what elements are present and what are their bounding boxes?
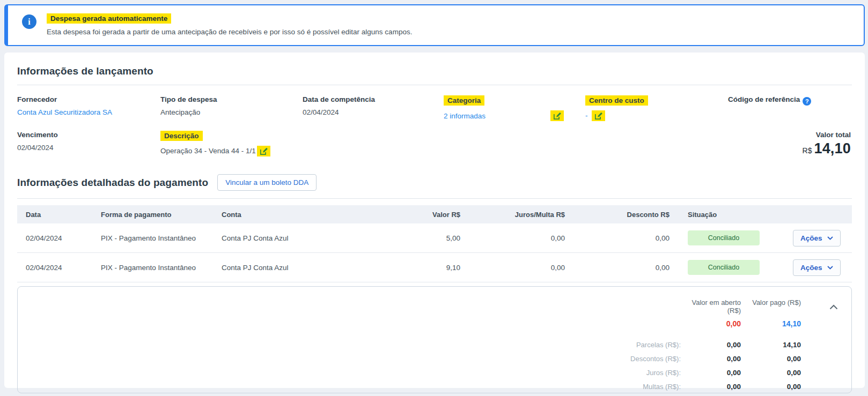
- summary-rows: Parcelas (R$): 0,00 14,10 Descontos (R$)…: [31, 341, 838, 391]
- open-amount-column-label: Valor em aberto (R$): [681, 298, 741, 315]
- tipo-despesa-value: Antecipação: [160, 108, 303, 116]
- categoria-link[interactable]: 2 informadas: [444, 112, 486, 120]
- data-competencia-value: 02/04/2024: [303, 108, 444, 116]
- data-competencia-label: Data de competência: [303, 95, 444, 103]
- section-divider: [17, 85, 852, 85]
- summary-open-value: 0,00: [681, 355, 741, 363]
- col-header-data: Data: [26, 211, 101, 219]
- cell-discount: 0,00: [565, 234, 670, 242]
- vencimento-label: Vencimento: [17, 131, 160, 139]
- summary-row-label: Parcelas (R$):: [31, 341, 681, 349]
- field-vencimento: Vencimento 02/04/2024: [17, 131, 160, 157]
- field-descricao: Descrição Operação 34 - Venda 44 - 1/1: [160, 131, 444, 157]
- summary-row-label: Multas (R$):: [31, 383, 681, 391]
- field-categoria: Categoria 2 informadas: [444, 95, 585, 121]
- centro-custo-edit-icon[interactable]: [592, 110, 605, 121]
- actions-button[interactable]: Ações: [793, 259, 841, 276]
- categoria-label: Categoria: [444, 95, 484, 106]
- summary-open-value: 0,00: [681, 341, 741, 349]
- fornecedor-link[interactable]: Conta Azul Securitizadora SA: [17, 108, 112, 116]
- summary-row-multas: Multas (R$): 0,00 0,00: [31, 383, 801, 391]
- field-centro-custo: Centro de custo -: [585, 95, 728, 121]
- cell-account: Conta PJ Conta Azul: [222, 234, 415, 242]
- actions-button-label: Ações: [800, 264, 822, 272]
- banner-description: Esta despesa foi gerada a partir de uma …: [47, 28, 412, 36]
- summary-paid-value: 14,10: [741, 341, 801, 349]
- centro-custo-value: -: [585, 111, 588, 119]
- col-header-juros: Juros/Multa R$: [460, 211, 565, 219]
- section-divider-2: [17, 198, 852, 199]
- summary-row-descontos: Descontos (R$): 0,00 0,00: [31, 355, 801, 363]
- categoria-edit-icon[interactable]: [550, 110, 564, 121]
- launch-info-title: Informações de lançamento: [17, 65, 852, 77]
- field-codigo-referencia: Código de referência?: [728, 95, 852, 121]
- actions-button[interactable]: Ações: [793, 230, 841, 246]
- payment-details-header: Informações detalhadas do pagamento Vinc…: [17, 174, 852, 191]
- paid-amount-total: 14,10: [741, 319, 801, 328]
- codigo-referencia-label: Código de referência: [728, 95, 800, 103]
- banner-title: Despesa gerada automaticamente: [47, 13, 171, 24]
- paid-amount-column-label: Valor pago (R$): [741, 298, 801, 315]
- summary-row-label: Juros (R$):: [31, 369, 681, 377]
- banner-content: Despesa gerada automaticamente Esta desp…: [47, 13, 412, 36]
- cell-interest: 0,00: [460, 234, 565, 242]
- col-header-conta: Conta: [222, 211, 415, 219]
- cell-date: 02/04/2024: [26, 264, 101, 272]
- payments-table-header: Data Forma de pagamento Conta Valor R$ J…: [17, 205, 852, 223]
- vencimento-value: 02/04/2024: [17, 144, 160, 152]
- cell-method: PIX - Pagamento Instantâneo: [101, 234, 222, 242]
- launch-info-fields: Fornecedor Conta Azul Securitizadora SA …: [17, 95, 852, 157]
- collapse-chevron-icon[interactable]: [829, 304, 838, 310]
- summary-row-juros: Juros (R$): 0,00 0,00: [31, 369, 801, 377]
- valor-total-block: Valor total R$14,10: [728, 131, 852, 157]
- chevron-down-icon: [827, 236, 833, 240]
- col-header-situacao: Situação: [670, 211, 793, 219]
- summary-paid-value: 0,00: [741, 355, 801, 363]
- field-data-competencia: Data de competência 02/04/2024: [303, 95, 444, 121]
- col-header-valor: Valor R$: [415, 211, 460, 219]
- summary-row-parcelas: Parcelas (R$): 0,00 14,10: [31, 341, 801, 349]
- cell-discount: 0,00: [565, 264, 670, 272]
- col-header-desconto: Desconto R$: [565, 211, 670, 219]
- totals-summary-panel: Valor em aberto (R$) Valor pago (R$) 0,0…: [17, 286, 852, 393]
- cell-method: PIX - Pagamento Instantâneo: [101, 264, 222, 272]
- descricao-label: Descrição: [160, 131, 203, 141]
- descricao-value: Operação 34 - Venda 44 - 1/1: [160, 147, 256, 155]
- cell-interest: 0,00: [460, 264, 565, 272]
- summary-column-headers: Valor em aberto (R$) Valor pago (R$) 0,0…: [31, 298, 801, 328]
- cell-value: 9,10: [415, 264, 460, 272]
- fornecedor-label: Fornecedor: [17, 95, 160, 103]
- summary-row-label: Descontos (R$):: [31, 355, 681, 363]
- auto-expense-banner: i Despesa gerada automaticamente Esta de…: [4, 4, 865, 46]
- valor-total-value: 14,10: [814, 140, 851, 156]
- field-fornecedor: Fornecedor Conta Azul Securitizadora SA: [17, 95, 160, 121]
- cell-account: Conta PJ Conta Azul: [222, 264, 415, 272]
- chevron-down-icon: [827, 266, 833, 270]
- summary-paid-value: 0,00: [741, 383, 801, 391]
- valor-total-currency: R$: [803, 146, 812, 155]
- cell-date: 02/04/2024: [26, 234, 101, 242]
- field-tipo-despesa: Tipo de despesa Antecipação: [160, 95, 303, 121]
- expense-detail-card: Informações de lançamento Fornecedor Con…: [4, 53, 865, 388]
- payment-details-title: Informações detalhadas do pagamento: [17, 177, 208, 189]
- valor-total-label: Valor total: [728, 131, 851, 139]
- info-icon: i: [22, 14, 36, 29]
- actions-button-label: Ações: [800, 234, 822, 242]
- cell-value: 5,00: [415, 234, 460, 242]
- table-row: 02/04/2024 PIX - Pagamento Instantâneo C…: [17, 253, 852, 282]
- open-amount-total: 0,00: [681, 319, 741, 328]
- summary-open-value: 0,00: [681, 369, 741, 377]
- centro-custo-label: Centro de custo: [585, 95, 648, 106]
- status-badge: Conciliado: [688, 230, 760, 245]
- summary-open-value: 0,00: [681, 383, 741, 391]
- link-dda-button[interactable]: Vincular a um boleto DDA: [217, 174, 317, 191]
- col-header-forma: Forma de pagamento: [101, 211, 222, 219]
- help-icon[interactable]: ?: [803, 97, 811, 106]
- status-badge: Conciliado: [688, 260, 760, 275]
- tipo-despesa-label: Tipo de despesa: [160, 95, 303, 103]
- table-row: 02/04/2024 PIX - Pagamento Instantâneo C…: [17, 223, 852, 253]
- summary-paid-value: 0,00: [741, 369, 801, 377]
- descricao-edit-icon[interactable]: [257, 146, 270, 156]
